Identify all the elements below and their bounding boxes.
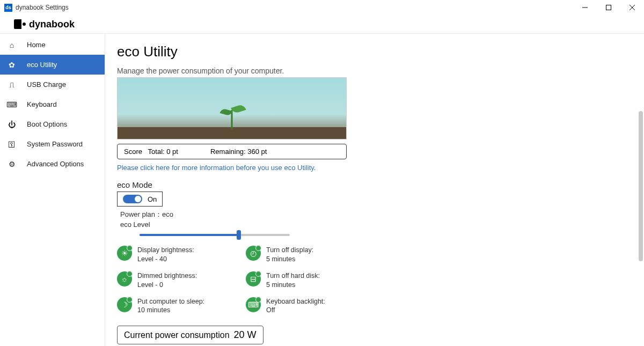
close-button[interactable] bbox=[620, 0, 644, 15]
sidebar-item-boot-options[interactable]: ⏻ Boot Options bbox=[0, 114, 105, 134]
backlight-icon: ⌨ bbox=[246, 297, 261, 312]
gear-icon: ⚙ bbox=[8, 160, 16, 168]
sidebar-item-label: Keyboard bbox=[27, 100, 57, 108]
maximize-button[interactable] bbox=[597, 0, 620, 15]
setting-dimmed-brightness[interactable]: ☼ Dimmed brightness:Level - 0 bbox=[117, 271, 246, 290]
page-description: Manage the power consumption of your com… bbox=[117, 67, 628, 75]
eco-mode-toggle[interactable] bbox=[123, 195, 142, 203]
eco-level-line: eco Level bbox=[117, 220, 628, 229]
brand-logo-icon bbox=[14, 19, 28, 29]
brand-header: dynabook bbox=[0, 15, 644, 33]
score-label: Score bbox=[124, 148, 142, 156]
display-off-icon: ◴ bbox=[246, 246, 261, 261]
sidebar-item-eco-utility[interactable]: ✿ eco Utility bbox=[0, 55, 105, 75]
titlebar: ds dynabook Settings bbox=[0, 0, 644, 15]
brightness-icon: ☀ bbox=[117, 246, 132, 261]
sidebar-item-label: System Password bbox=[27, 140, 83, 148]
setting-keyboard-backlight[interactable]: ⌨ Keyboard backlight:Off bbox=[246, 297, 375, 315]
setting-turn-off-hard-disk[interactable]: ⊟ Turn off hard disk:5 minutes bbox=[246, 271, 375, 290]
hdd-icon: ⊟ bbox=[246, 271, 261, 286]
usb-icon: ⎍ bbox=[8, 80, 16, 89]
score-box[interactable]: Score Total: 0 pt Remaining: 360 pt bbox=[117, 144, 347, 159]
eco-settings-grid: ☀ Display brightness:Level - 40 ◴ Turn o… bbox=[117, 246, 628, 322]
info-link[interactable]: Please click here for more information b… bbox=[117, 164, 628, 172]
sleep-icon: ☽ bbox=[117, 297, 132, 312]
sidebar-item-label: Home bbox=[27, 41, 46, 49]
toggle-state-label: On bbox=[148, 195, 157, 203]
sidebar-item-label: Advanced Options bbox=[27, 160, 84, 168]
maximize-icon bbox=[606, 5, 611, 10]
svg-rect-1 bbox=[606, 5, 611, 10]
setting-put-computer-to-sleep[interactable]: ☽ Put computer to sleep:10 minutes bbox=[117, 297, 246, 315]
eco-icon: ✿ bbox=[8, 61, 16, 69]
slider-thumb[interactable] bbox=[237, 230, 241, 240]
score-remaining: Remaining: 360 pt bbox=[210, 148, 267, 156]
sidebar-item-label: Boot Options bbox=[27, 120, 67, 128]
setting-turn-off-display[interactable]: ◴ Turn off display:5 minutes bbox=[246, 246, 375, 264]
eco-mode-heading: eco Mode bbox=[117, 180, 628, 189]
score-total: Total: 0 pt bbox=[148, 148, 178, 156]
home-icon: ⌂ bbox=[8, 41, 16, 49]
sidebar: ⌂ Home ✿ eco Utility ⎍ USB Charge ⌨ Keyb… bbox=[0, 34, 105, 346]
key-icon: ⚿ bbox=[8, 140, 16, 149]
sidebar-item-home[interactable]: ⌂ Home bbox=[0, 35, 105, 55]
power-icon: ⏻ bbox=[8, 120, 16, 129]
content: eco Utility Manage the power consumption… bbox=[105, 34, 644, 346]
sidebar-item-advanced-options[interactable]: ⚙ Advanced Options bbox=[0, 154, 105, 174]
page-title: eco Utility bbox=[117, 43, 628, 60]
app-icon: ds bbox=[4, 4, 12, 12]
eco-illustration bbox=[117, 77, 347, 139]
brand-text: dynabook bbox=[29, 19, 75, 30]
sidebar-item-usb-charge[interactable]: ⎍ USB Charge bbox=[0, 75, 105, 94]
close-icon bbox=[630, 5, 635, 10]
sidebar-item-keyboard[interactable]: ⌨ Keyboard bbox=[0, 94, 105, 114]
keyboard-icon: ⌨ bbox=[8, 100, 16, 109]
power-value: 20 W bbox=[234, 329, 257, 341]
content-scrollbar[interactable] bbox=[639, 111, 643, 261]
sidebar-item-system-password[interactable]: ⚿ System Password bbox=[0, 134, 105, 154]
sidebar-item-label: USB Charge bbox=[27, 80, 66, 89]
minimize-icon bbox=[582, 5, 588, 10]
current-power-box[interactable]: Current power consumption 20 W bbox=[117, 326, 264, 344]
window-title: dynabook Settings bbox=[16, 4, 69, 11]
sidebar-item-label: eco Utility bbox=[27, 61, 57, 69]
power-label: Current power consumption bbox=[124, 330, 230, 340]
eco-level-slider[interactable] bbox=[140, 234, 290, 236]
minimize-button[interactable] bbox=[573, 0, 597, 15]
eco-mode-toggle-row: On bbox=[117, 192, 163, 207]
dim-icon: ☼ bbox=[117, 271, 132, 286]
setting-display-brightness[interactable]: ☀ Display brightness:Level - 40 bbox=[117, 246, 246, 264]
power-plan-line: Power plan：eco bbox=[117, 210, 628, 219]
